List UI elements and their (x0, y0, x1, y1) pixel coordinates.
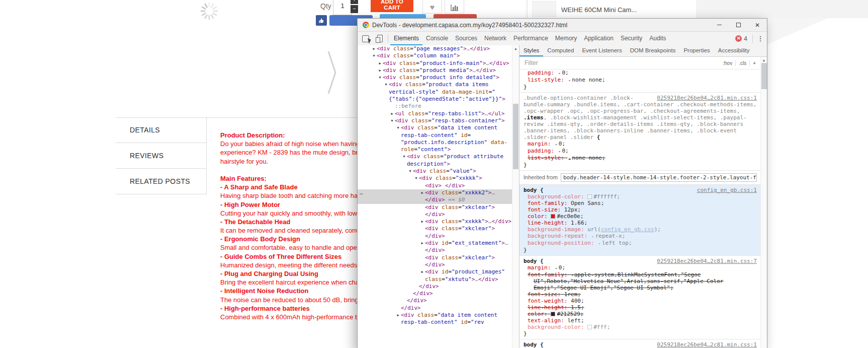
tab-security[interactable]: Security (617, 32, 646, 45)
tree-line[interactable]: </div> (358, 261, 512, 268)
tab-event-listeners[interactable]: Event Listeners (578, 45, 626, 56)
shorthand-arrow-icon[interactable]: ▸ (559, 71, 561, 76)
css-property[interactable]: padding: ▸0; (519, 148, 761, 155)
tab-accessibility[interactable]: Accessibility (714, 45, 754, 56)
style-toggle-hov[interactable]: :hov (720, 60, 735, 66)
css-property[interactable]: font-size: 12px; (519, 206, 761, 213)
error-badge[interactable]: ✕ (735, 35, 742, 42)
css-property[interactable]: line-height: 1.5; (519, 304, 761, 311)
arrow-collapsed-icon[interactable]: ▶ (419, 189, 425, 196)
tree-line[interactable]: ▶<ul class="resp-tabs-list">…</ul> (358, 110, 512, 117)
inherited-selector-box[interactable]: body.header-14-style.home-14-style.foote… (561, 173, 757, 182)
color-swatch[interactable] (587, 194, 592, 199)
css-property[interactable]: padding: ▸0; (519, 69, 761, 77)
tree-line[interactable]: ▼<div class="product info detailed"> (358, 74, 512, 81)
maximize-button[interactable] (729, 19, 748, 31)
tab-elements[interactable]: Elements (390, 32, 422, 45)
tab-styles[interactable]: Styles (519, 45, 543, 56)
arrow-collapsed-icon[interactable]: ▶ (419, 240, 425, 247)
tree-line[interactable]: ▼<div class="xxkkk"> (358, 175, 512, 182)
css-selector-row[interactable]: config_en_gb.css:1body { (519, 187, 761, 193)
tree-line[interactable]: ▼<div class="resp-tabs-container"> (358, 117, 512, 124)
tree-line[interactable]: </div> (358, 290, 512, 297)
arrow-expanded-icon[interactable]: ▼ (383, 81, 389, 88)
css-property[interactable]: color: #ec0e0e; (519, 213, 761, 220)
css-property[interactable]: background-position: ▸left top; (519, 240, 761, 247)
tree-line[interactable]: </div> (358, 233, 512, 240)
css-value-link[interactable]: config_en_gb.css (601, 226, 654, 233)
css-selector-row[interactable]: 0259218ec26be04…2c81.min.css:1body { (519, 341, 761, 348)
tree-line[interactable]: </div> (358, 247, 512, 254)
filter-input[interactable]: Filter (525, 59, 538, 66)
css-selector-row[interactable]: 0259218ec26be04…2c81.min.css:1.bundle-op… (519, 95, 761, 141)
elements-scrollbar[interactable]: ▲ (512, 45, 519, 348)
css-selector-row[interactable]: 0259218ec26be04…2c81.min.css:7body { (519, 258, 761, 264)
css-property[interactable]: line-height: 1.66; (519, 220, 761, 226)
tab-audits[interactable]: Audits (646, 32, 669, 45)
tree-line[interactable]: ▼<div class="data item content (358, 124, 512, 131)
tree-line[interactable]: ::before (358, 103, 512, 110)
tree-line[interactable]: role="content"> (358, 146, 512, 153)
arrow-collapsed-icon[interactable]: ▶ (419, 218, 425, 225)
tree-line[interactable]: ▼<div class="product data items (358, 81, 512, 88)
pin-button[interactable] (433, 14, 477, 18)
arrow-collapsed-icon[interactable]: ▶ (377, 60, 383, 67)
arrow-collapsed-icon[interactable]: ▶ (389, 110, 395, 117)
overflow-marker[interactable]: … (360, 189, 364, 196)
css-property[interactable]: background-color: #ffffff; (519, 193, 761, 200)
arrow-collapsed-icon[interactable]: ▶ (419, 268, 425, 275)
tab-dom-breakpoints[interactable]: DOM Breakpoints (626, 45, 680, 56)
side-tab-related-posts[interactable]: RELATED POSTS (116, 169, 206, 194)
tree-line[interactable]: ▶<div class="xxkkk">…</div> (358, 218, 512, 225)
tree-line[interactable]: …▶<div class="xxkkk2">… (358, 189, 512, 196)
tree-line[interactable]: </div> (358, 297, 512, 304)
wishlist-button[interactable]: ♥ (422, 0, 442, 14)
tab-network[interactable]: Network (481, 32, 510, 45)
tree-line[interactable]: ▼<div class="value"> (358, 168, 512, 175)
tree-line[interactable]: <div class="xkclear"> (358, 225, 512, 232)
tab-memory[interactable]: Memory (552, 32, 580, 45)
tree-line[interactable]: ▶<div class="product-info-main">…</div> (358, 60, 512, 67)
tree-line[interactable]: ▶<div class="page messages">…</div> (358, 45, 512, 52)
qty-increase-button[interactable]: + (351, 0, 358, 4)
shorthand-arrow-icon[interactable]: ▸ (592, 234, 594, 239)
tab-console[interactable]: Console (422, 32, 452, 45)
tree-line[interactable]: ▶<div id="ext_statement">… (358, 240, 512, 247)
css-property[interactable]: font-family: Open Sans; (519, 200, 761, 206)
scroll-up-icon[interactable]: ▲ (512, 45, 519, 50)
styles-scrollbar[interactable]: ▲ (760, 57, 767, 348)
css-property[interactable]: font-size: 1rem; (519, 291, 761, 298)
minimize-button[interactable] (710, 19, 729, 31)
css-property[interactable]: margin: ▸0; (519, 264, 761, 271)
arrow-expanded-icon[interactable]: ▼ (377, 74, 383, 81)
scrollbar-thumb[interactable] (513, 104, 518, 169)
css-property[interactable]: color: #212529; (519, 311, 761, 317)
color-swatch[interactable] (551, 312, 555, 316)
tree-line[interactable]: ▼<div class="column main"> (358, 52, 512, 59)
shorthand-arrow-icon[interactable]: ▸ (568, 78, 571, 83)
tree-line[interactable]: </div> (358, 305, 512, 312)
style-toggle-cls[interactable]: .cls (735, 60, 749, 66)
side-tab-details[interactable]: DETAILS (116, 117, 206, 143)
css-property[interactable]: text-align: left; (519, 317, 761, 324)
tab-application[interactable]: Application (580, 32, 617, 45)
stylesheet-link[interactable]: config_en_gb.css:1 (697, 187, 757, 193)
tree-line[interactable]: {"tabs":{"openedState":"active"}}"> (358, 96, 512, 103)
tree-line[interactable]: resp-tab-content" id= (358, 132, 512, 139)
tree-line[interactable]: "product.info.description" data- (358, 139, 512, 146)
side-tab-reviews[interactable]: REVIEWS (116, 143, 206, 169)
tree-line[interactable]: <div> </div> (358, 182, 512, 189)
css-property[interactable]: background-repeat: ▸repeat-x; (519, 233, 761, 240)
shorthand-arrow-icon[interactable]: ▸ (598, 241, 601, 246)
css-property[interactable]: background-color: #fff; (519, 324, 761, 330)
tree-line[interactable]: vertical-style" data-mage-init=" (358, 89, 512, 96)
devtools-titlebar[interactable]: DevTools - development.capasa.com.my/koy… (358, 19, 767, 32)
device-toolbar-button[interactable] (374, 34, 386, 44)
scrollbar-thumb[interactable] (761, 63, 767, 89)
tree-line[interactable]: <div class="xkclear"> (358, 254, 512, 261)
add-to-cart-button[interactable]: ADD TO CART (371, 0, 413, 12)
arrow-collapsed-icon[interactable]: ▶ (395, 312, 401, 319)
css-property[interactable]: background-image: url(config_en_gb.css); (519, 226, 761, 233)
css-property[interactable]: list-style: ▸none none; (519, 155, 761, 162)
color-swatch[interactable] (587, 325, 592, 329)
